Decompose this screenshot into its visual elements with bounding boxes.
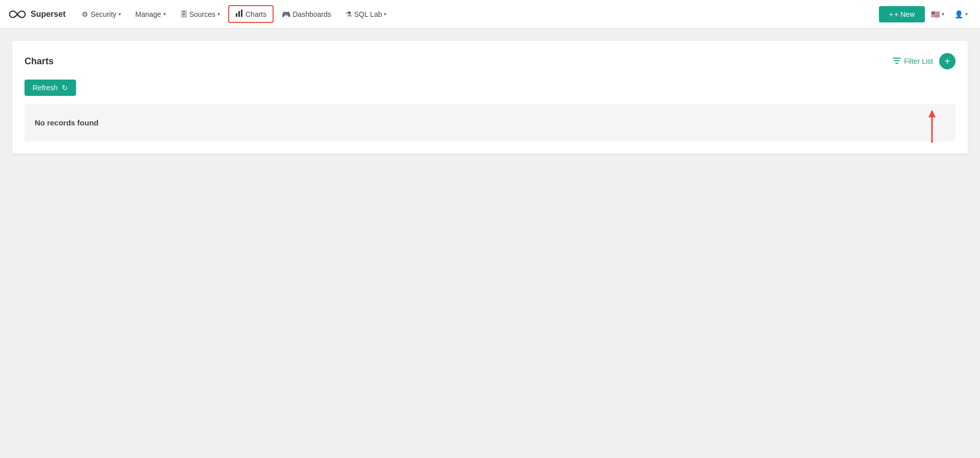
nav-manage[interactable]: Manage ▾ (129, 0, 172, 29)
chevron-down-icon-sources: ▾ (217, 11, 220, 17)
nav-sqllab[interactable]: ⚗ SQL Lab ▾ (339, 0, 393, 29)
brand-name: Superset (31, 10, 65, 19)
plus-circle-icon: + (944, 56, 950, 66)
dashboard-icon: 🎮 (282, 10, 290, 18)
svg-rect-2 (241, 10, 242, 17)
nav-manage-label: Manage (135, 10, 161, 18)
nav-dashboards-label: Dashboards (292, 10, 331, 18)
no-records-text: No records found (35, 118, 99, 127)
bar-chart-icon (235, 9, 243, 19)
svg-rect-0 (236, 13, 237, 17)
infinity-icon (8, 5, 27, 23)
new-button[interactable]: + + New (879, 6, 925, 22)
header-actions: Filter List + (893, 53, 955, 69)
nav-security-label: Security (90, 10, 116, 18)
refresh-icon: ↻ (62, 84, 68, 92)
nav-dashboards[interactable]: 🎮 Dashboards (276, 0, 337, 29)
language-selector[interactable]: 🇺🇸 ▾ (927, 6, 948, 22)
filter-list-label: Filter List (904, 57, 933, 65)
charts-card: Charts Filter List + Refresh ↻ (12, 41, 968, 154)
gear-icon: ⚙ (82, 10, 88, 18)
nav-security[interactable]: ⚙ Security ▾ (76, 0, 127, 29)
nav-charts-label: Charts (246, 10, 266, 18)
card-header: Charts Filter List + (24, 53, 955, 69)
new-button-label: + New (894, 10, 915, 18)
chevron-down-flag: ▾ (942, 11, 944, 17)
filter-icon (893, 57, 901, 66)
flask-icon: ⚗ (346, 10, 352, 18)
plus-icon: + (889, 10, 893, 18)
refresh-button[interactable]: Refresh ↻ (24, 80, 76, 96)
svg-rect-1 (238, 11, 240, 17)
no-records-container: No records found (24, 104, 955, 141)
chevron-down-icon: ▾ (118, 11, 121, 17)
page-title: Charts (24, 56, 54, 67)
add-chart-button[interactable]: + (939, 53, 955, 69)
nav-charts[interactable]: Charts (228, 5, 274, 23)
nav-sqllab-label: SQL Lab (354, 10, 382, 18)
chevron-down-icon-sqllab: ▾ (384, 11, 386, 17)
database-icon: 🗄 (180, 10, 187, 18)
nav-sources[interactable]: 🗄 Sources ▾ (174, 0, 226, 29)
main-content: Charts Filter List + Refresh ↻ (0, 29, 980, 166)
flag-icon: 🇺🇸 (931, 10, 940, 18)
filter-list-button[interactable]: Filter List (893, 57, 933, 66)
user-icon: 👤 (954, 10, 963, 18)
chevron-down-icon-manage: ▾ (163, 11, 166, 17)
user-menu[interactable]: 👤 ▾ (950, 6, 972, 22)
brand-logo[interactable]: Superset (8, 5, 65, 23)
refresh-label: Refresh (33, 84, 58, 92)
chevron-down-user: ▾ (965, 11, 968, 17)
nav-sources-label: Sources (189, 10, 215, 18)
navbar: Superset ⚙ Security ▾ Manage ▾ 🗄 Sources… (0, 0, 980, 29)
